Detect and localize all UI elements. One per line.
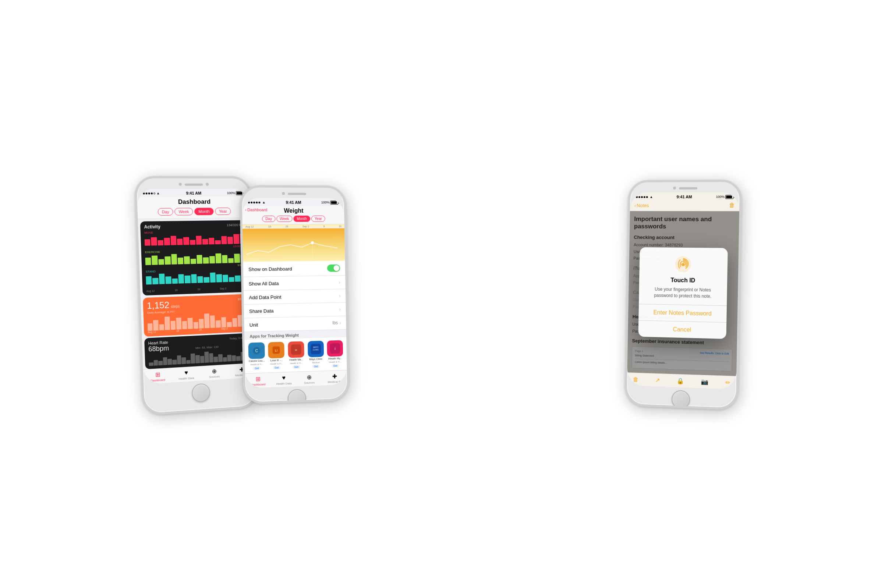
p2-tab-sources[interactable]: ⊕ Sources bbox=[296, 374, 322, 385]
app-calorie-counter[interactable]: C Calorie Cou... Health & Fi... Get bbox=[247, 342, 265, 370]
app-mayo-name: Mayo Clinic bbox=[309, 358, 322, 361]
chart-dates: Aug 12 19 26 Sep 2 9 16 bbox=[242, 224, 344, 228]
phone1-home-button[interactable] bbox=[191, 383, 210, 402]
tab-dashboard-label: Dashboard bbox=[150, 378, 165, 382]
tab-health-data[interactable]: ♥ Health Data bbox=[172, 369, 201, 381]
st-bar bbox=[197, 276, 203, 283]
weight-tab-day[interactable]: Day bbox=[262, 216, 275, 222]
p2-sig-2 bbox=[251, 201, 252, 203]
phone3-signal: ▲ bbox=[636, 195, 653, 199]
p2-tab-medical-id[interactable]: ✚ Medical ID bbox=[322, 373, 347, 384]
notes-compose-icon[interactable]: ✏ bbox=[725, 379, 731, 386]
fingerprint-svg bbox=[674, 255, 693, 274]
chart-date-6: 16 bbox=[339, 225, 341, 227]
lose-it-icon-svg: L! bbox=[271, 345, 282, 356]
phone2-screen-area: ▲ 9:41 AM 100% ‹ Dashboard bbox=[242, 198, 347, 388]
notes-header-actions: 🗑 bbox=[729, 202, 735, 208]
app-mayo-clinic[interactable]: MAYO CLINIC Mayo Clinic Medical Get bbox=[306, 341, 324, 368]
heart-bar bbox=[172, 360, 177, 364]
notes-camera-icon[interactable]: 📷 bbox=[701, 378, 708, 386]
app-mayo-sub: Medical bbox=[312, 362, 320, 364]
phone3-screen: ▲ 9:41 AM 100% ‹ Notes bbox=[627, 192, 739, 390]
sig-dot-2 bbox=[146, 192, 147, 194]
p2-tab-health-data[interactable]: ♥ Health Data bbox=[271, 374, 297, 386]
app-calorie-get-button[interactable]: Get bbox=[253, 366, 261, 370]
move-bar bbox=[183, 237, 189, 245]
notes-screen: ▲ 9:41 AM 100% ‹ Notes bbox=[627, 192, 739, 390]
weight-tab-week[interactable]: Week bbox=[276, 216, 292, 222]
weight-tab-month[interactable]: Month bbox=[293, 216, 310, 222]
calorie-icon-svg: C bbox=[251, 345, 262, 356]
p3-sig-2 bbox=[638, 196, 640, 198]
tab-sources[interactable]: ⊕ Sources bbox=[200, 367, 228, 379]
app-health-mate[interactable]: H Health Ma... Health & Fi... Get bbox=[287, 341, 305, 369]
cancel-label: Cancel bbox=[673, 326, 691, 333]
app-mayo-get-button[interactable]: Get bbox=[312, 364, 320, 368]
chart-point bbox=[311, 242, 314, 244]
phone1-status-bar: ▲ 9:41 AM 100% bbox=[137, 189, 249, 197]
notes-back-button[interactable]: ‹ Notes bbox=[634, 203, 649, 208]
heart-minmax: Min: 53, Max: 130 bbox=[195, 345, 219, 350]
st-bar bbox=[146, 276, 152, 284]
step-bar bbox=[159, 324, 164, 330]
steps-header: 1,152 steps Daily Average: 8,757 10,508 bbox=[146, 297, 247, 315]
tab-day[interactable]: Day bbox=[158, 208, 173, 216]
enter-notes-password-button[interactable]: Enter Notes Password bbox=[638, 304, 727, 323]
app-ihealth-get-button[interactable]: Get bbox=[331, 364, 339, 368]
p2-sig-5 bbox=[258, 201, 260, 203]
svg-text:CLINIC: CLINIC bbox=[312, 348, 319, 351]
app-ihealth[interactable]: i iHealth My... Health & Fi... Get bbox=[326, 340, 344, 368]
step-bar bbox=[170, 321, 176, 330]
cancel-touch-id-button[interactable]: Cancel bbox=[638, 321, 726, 339]
move-bar bbox=[221, 236, 227, 244]
step-bar bbox=[216, 320, 221, 327]
notes-trash-icon[interactable]: 🗑 bbox=[729, 202, 735, 208]
camera-dot2 bbox=[206, 183, 209, 186]
svg-text:i: i bbox=[335, 346, 335, 351]
move-bar bbox=[164, 238, 170, 245]
p3-sig-3 bbox=[641, 196, 642, 198]
apps-row: C Calorie Cou... Health & Fi... Get bbox=[247, 340, 344, 370]
tab-dashboard[interactable]: ⊞ Dashboard bbox=[143, 370, 172, 382]
tab-year[interactable]: Year bbox=[215, 207, 231, 215]
phone2-signal: ▲ bbox=[248, 201, 265, 204]
show-dashboard-toggle[interactable] bbox=[327, 265, 340, 272]
phone1-signal: ▲ bbox=[143, 191, 160, 195]
weight-tab-year[interactable]: Year bbox=[311, 216, 325, 222]
phone3-home-button[interactable] bbox=[671, 390, 690, 409]
app-health-get-button[interactable]: Get bbox=[292, 365, 300, 369]
app-lose-it-get-button[interactable]: Get bbox=[273, 366, 281, 370]
app-lose-it[interactable]: L! Lose It! -... Health & Fi... Get bbox=[267, 342, 285, 370]
app-mayo-icon: MAYO CLINIC bbox=[307, 341, 323, 357]
ex-bar bbox=[209, 256, 215, 264]
menu-show-dashboard[interactable]: Show on Dashboard bbox=[243, 261, 345, 277]
phone3-top bbox=[630, 182, 740, 192]
phone3-status-bar: ▲ 9:41 AM 100% bbox=[630, 192, 739, 201]
app-health-icon: H bbox=[288, 341, 304, 358]
weight-chart-svg bbox=[243, 231, 345, 262]
phone2-tab-bar: ⊞ Dashboard ♥ Health Data ⊕ Sources ✚ bbox=[245, 370, 347, 388]
add-data-chevron-icon: › bbox=[339, 293, 341, 299]
p3-sig-1 bbox=[636, 196, 638, 198]
touch-id-actions: Enter Notes Password Cancel bbox=[638, 304, 727, 339]
notes-lock-icon[interactable]: 🔒 bbox=[676, 378, 684, 385]
tab-week[interactable]: Week bbox=[174, 208, 193, 216]
sources-icon: ⊕ bbox=[210, 368, 218, 375]
menu-show-all-data[interactable]: Show All Data › bbox=[243, 276, 345, 291]
phone2-time: 9:41 AM bbox=[285, 200, 301, 205]
p2-tab-dashboard[interactable]: ⊞ Dashboard bbox=[245, 375, 271, 387]
activity-card: Activity 134/320 kcal MOVE bbox=[140, 220, 250, 296]
menu-add-data-point[interactable]: Add Data Point › bbox=[243, 289, 345, 304]
app-lose-it-icon: L! bbox=[268, 342, 284, 358]
app-calorie-icon: C bbox=[248, 342, 264, 359]
move-bar bbox=[203, 239, 208, 245]
p2-dashboard-label: Dashboard bbox=[251, 382, 265, 386]
st-bar bbox=[210, 273, 216, 283]
unit-value-area: lbs › bbox=[332, 320, 341, 326]
phone2-home-button[interactable] bbox=[287, 389, 306, 404]
tab-month[interactable]: Month bbox=[194, 208, 214, 215]
notes-delete-icon[interactable]: 🗑 bbox=[633, 376, 638, 382]
heart-bar bbox=[231, 355, 236, 362]
notes-share-icon[interactable]: ↗ bbox=[655, 377, 660, 384]
menu-share-data[interactable]: Share Data › bbox=[244, 303, 346, 318]
